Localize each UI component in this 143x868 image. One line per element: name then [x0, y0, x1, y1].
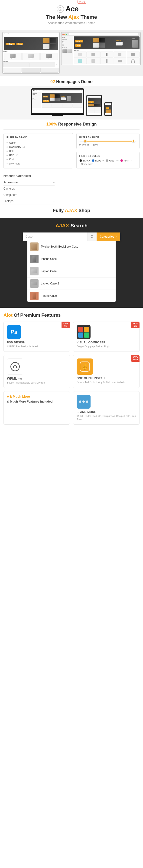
browser-inner: Ace. Top Brand Apple Samsung Dell Sony T… [61, 36, 140, 65]
feature-desc-oci: Easiest And Fastest Way To Build your We… [77, 381, 136, 384]
browser-main: 06 Day Of Deals AirPods [73, 36, 140, 65]
homepages-title-section: 02 Homepages Demo [0, 76, 143, 86]
browser-bar [61, 32, 140, 36]
tablet-nav: Ace | Shop | Pages [3, 32, 59, 35]
feature-card-and-more: ... AND MORE WPML, Slider, Products, Com… [73, 391, 140, 425]
feature-card-vc: SAVE$34 VISUAL COMPOSER Drag & Drop page… [73, 321, 140, 352]
version-badge: V 1.0 [78, 0, 86, 4]
search-result-item[interactable]: Twelve South BookBook Case [27, 241, 116, 253]
features-grid: SAVE$12 Ps PSD DESIGN All PSD Files Desi… [3, 321, 140, 425]
result-img-3 [30, 267, 38, 275]
categories-dropdown[interactable]: Categories ▼ [96, 232, 120, 241]
black-dot [79, 159, 82, 162]
psd-icon-wrap: Ps [7, 325, 21, 339]
homepages-label: Homepages Demo [55, 79, 93, 84]
result-name-1: Twelve South BookBook Case [41, 245, 78, 248]
responsive-section: Ace. Shop Pages ☰ 06 Days ofDeals iPhone… [0, 86, 143, 120]
vc-cubes-icon [78, 327, 89, 338]
search-section: AJAX Search Categories ▼ Twelve So [0, 218, 143, 308]
feature-card-much-more: & Much More & Much More Features Include… [3, 391, 70, 425]
much-more-icon-row: & Much More [7, 395, 66, 398]
filter-price-box: FILTER BY PRICE Price $25 — $990 [76, 133, 140, 149]
more-dots-icon [79, 400, 88, 403]
price-slider-track[interactable] [79, 141, 137, 142]
chevron-down-icon: ▼ [115, 236, 117, 238]
tablet-mockup: Ace | Shop | Pages 06 Day Of Deals [2, 32, 60, 74]
oci-icon-wrap: ☝ [77, 359, 93, 375]
color-swatch-blue[interactable]: BLUE 16 [92, 159, 104, 162]
price-range-label: Price $25 — $990 [79, 144, 137, 146]
browser-main-banner: 06 Day Of Deals AirPods [74, 36, 140, 49]
categories-box: PRODUCT CATEGORIES Accessories + Cameras… [3, 172, 55, 205]
ajax-search-highlight: AJAX [56, 223, 69, 228]
sub-title: Accessories Woocommerce Theme [2, 21, 141, 25]
search-button[interactable] [87, 232, 96, 241]
cat-arrow-icon: + [53, 194, 55, 196]
browser-mockup: Ace. Top Brand Apple Samsung Dell Sony T… [61, 32, 141, 65]
color-swatches-row: BLACK BLUE 16 GREY 07 PINK [79, 159, 137, 162]
filter-color-title: FILTER BY COLOR [79, 155, 137, 157]
cat-accessories[interactable]: Accessories + [3, 179, 55, 186]
search-result-item[interactable]: Laptop Case [27, 265, 116, 278]
tablet-banner: 06 Day Of Deals [4, 37, 58, 50]
tablet-bottom-grid [3, 68, 58, 73]
price-thumb-right[interactable] [132, 140, 135, 143]
features-included-label: & Much More Features Included [7, 400, 66, 403]
save-badge-oci: SAVETIME [131, 355, 140, 362]
feature-name-vc: VISUAL COMPOSER [77, 341, 136, 344]
search-section-title: AJAX Search [3, 223, 140, 229]
wpml-name-text: WPML [7, 377, 17, 380]
filter-brand-apple[interactable]: Apple [6, 141, 70, 145]
tablet-product-grid: Laptop Tablet Phone [4, 53, 58, 60]
search-results-list: Twelve South BookBook Case Iphone Case L… [27, 241, 116, 302]
feature-card-psd: SAVE$12 Ps PSD DESIGN All PSD Files Desi… [3, 321, 70, 352]
show-more-brands[interactable]: + Show more [6, 162, 70, 165]
and-more-desc: WPML, Slider, Products, Comparison, Goog… [77, 415, 136, 421]
cat-computers[interactable]: Computers + [3, 192, 55, 198]
result-name-2: Iphone Case [41, 257, 57, 260]
wpml-icon-wrap [7, 359, 23, 375]
color-swatch-pink[interactable]: PINK 02 [120, 159, 132, 162]
oci-touch-icon: ☝ [80, 362, 90, 372]
search-result-item[interactable]: Iphone Case [27, 253, 116, 265]
browser-product-grid [74, 52, 140, 58]
filter-brand-title: FILTER BY BRAND [6, 136, 70, 139]
feature-name-oci: ONE CLICK INSTALL [77, 377, 136, 380]
filter-brand-htc[interactable]: HTC 10 [6, 153, 70, 157]
color-swatch-grey[interactable]: GREY 07 [106, 159, 119, 162]
save-badge-psd: SAVE$12 [61, 321, 70, 328]
cat-laptops[interactable]: Laptops + [3, 198, 55, 205]
filter-brand-dell[interactable]: Dell [6, 149, 70, 153]
svg-line-3 [93, 237, 93, 238]
devices-container: Ace. Shop Pages ☰ 06 Days ofDeals iPhone… [2, 88, 141, 118]
search-icon [90, 235, 94, 238]
feature-name-psd: PSD DESIGN [7, 341, 66, 344]
pink-dot [120, 159, 123, 162]
browser-product-grid-2 [74, 58, 140, 64]
responsive-label: Responsive Design [57, 122, 96, 126]
ajax-shop-label: Fully AJAX Shop [3, 205, 140, 214]
browser-dot-max [66, 34, 67, 35]
headphone-icon [13, 365, 17, 368]
header-section: W Ace. V 1.0 The New Ajax Theme Accessor… [0, 0, 143, 30]
bullet-icon [6, 151, 8, 152]
tablet-nav-logo: Ace [4, 33, 6, 35]
tablet-content: 06 Day Of Deals iPhone 7 [3, 35, 59, 73]
filter-brand-blackberry[interactable]: Blackberry 12 [6, 145, 70, 149]
price-thumb-left[interactable] [84, 140, 87, 143]
search-input[interactable] [23, 232, 87, 241]
cat-cameras[interactable]: Cameras + [3, 186, 55, 192]
homepages-number: 02 [50, 79, 55, 84]
filter-brand-ibm[interactable]: IBM [6, 157, 70, 161]
search-result-item[interactable]: iPhone Case [27, 290, 116, 302]
show-more-colors[interactable]: + Show more [79, 163, 137, 165]
filter-brand-box: FILTER BY BRAND Apple Blackberry 12 Dell… [3, 133, 73, 168]
feature-card-oci: SAVETIME ☝ ONE CLICK INSTALL Easiest And… [73, 355, 140, 388]
logo-area: W Ace. V 1.0 [2, 5, 141, 13]
feature-card-wpml: WPML .org Support Multilanguage WPML Plu… [3, 355, 70, 388]
search-result-item[interactable]: Laptop Case 2 [27, 278, 116, 290]
color-swatch-black[interactable]: BLACK [79, 159, 90, 162]
price-slider-fill [85, 141, 134, 142]
product-categories-section: PRODUCT CATEGORIES Accessories + Cameras… [3, 172, 55, 205]
cat-arrow-icon: + [53, 200, 55, 203]
